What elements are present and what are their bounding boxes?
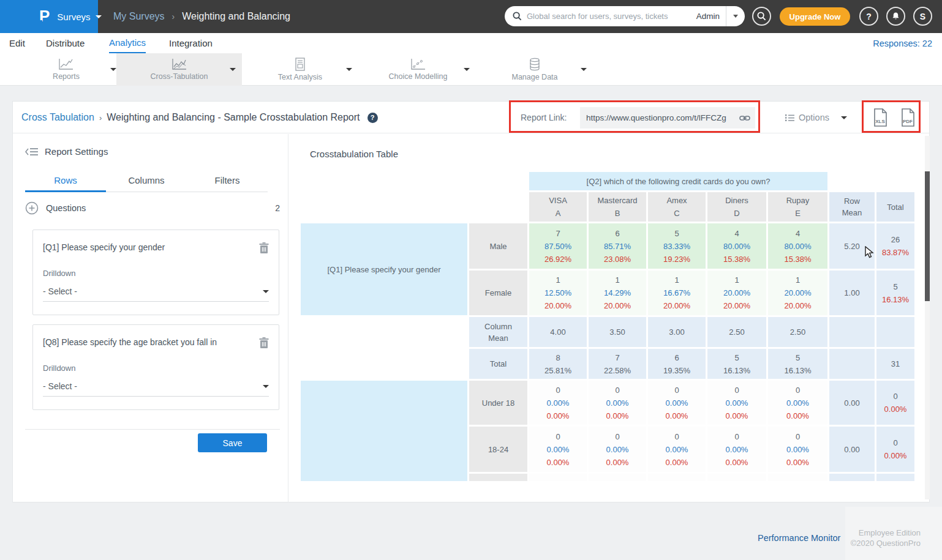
global-search-input[interactable] [527,12,693,21]
breadcrumb-my-surveys[interactable]: My Surveys [113,11,165,22]
crosstab-cell [301,172,467,190]
choice-modelling-dropdown[interactable] [464,68,470,71]
crosstab-data-cell: 00.00%0.00% [707,381,766,425]
crosstab-total-cell [876,317,914,347]
tab-columns[interactable]: Columns [106,172,187,192]
chevron-down-icon [96,15,102,18]
report-link-url[interactable]: https://www.questionpro.com/t/lFFCZg [586,113,739,122]
crosstab-data-cell: 3.00 [648,317,706,347]
report-breadcrumb: Cross Tabulation › Weighting and Balanci… [21,102,378,133]
tool-choice-modelling[interactable]: Choice Modelling [364,53,472,86]
tool-cross-tabulation[interactable]: Cross-Tabulation [116,53,242,86]
search-submit-button[interactable] [752,7,771,26]
performance-monitor-link[interactable]: Performance Monitor [758,533,840,543]
crosstab-data-cell: 480.00%15.38% [768,223,827,269]
crosstab-data-cell: 722.58% [589,349,646,379]
reports-dropdown[interactable] [110,68,116,71]
search-icon [513,12,522,21]
product-menu[interactable]: P Surveys [0,0,98,33]
crosstab-cell [301,192,467,222]
tab-filters[interactable]: Filters [187,172,268,192]
crosstab-row-mean-cell: 5.20 [829,223,875,269]
crosstab-data-cell: 00.00%0.00% [648,427,706,472]
section-nav: Edit Distribute Analytics Integration Re… [0,33,942,53]
crosstab-data-cell: 2.50 [768,317,827,347]
tool-manage-data[interactable]: Manage Data [483,53,587,86]
report-settings-toggle[interactable]: Report Settings [25,146,108,157]
nav-analytics[interactable]: Analytics [109,33,146,53]
drilldown-select[interactable]: - Select - [43,286,269,302]
crosstab-data-cell: 685.71%23.08% [589,223,646,269]
crosstab-cell [768,474,827,481]
cross-tabulation-dropdown[interactable] [230,68,236,71]
crosstab-title: Crosstabulation Table [310,149,398,159]
crosstab-row: [Q1] Please specify your genderMale787.5… [301,223,914,269]
crosstab-total-cell: 516.13% [876,271,914,315]
scrollbar-thumb[interactable] [925,171,930,301]
edition-label: Employee Edition [845,528,921,538]
tool-text-analysis[interactable]: Text Analysis [248,53,352,86]
document-icon [294,58,306,71]
report-settings-panel: Report Settings Rows Columns Filters Que… [13,134,288,502]
crosstab-data-cell: 3.50 [589,317,646,347]
cross-tab-chart-icon [171,58,187,70]
report-subheader: Cross Tabulation › Weighting and Balanci… [13,102,929,133]
xls-label: XLS [875,119,885,124]
crosstab-table: [Q2] which of the following credit cards… [299,170,916,481]
crosstab-data-cell: 2.50 [707,317,766,347]
save-button[interactable]: Save [198,433,267,452]
scatter-chart-icon [410,58,426,70]
crosstab-q8-group [301,381,467,481]
crosstab-row: [Q2] which of the following credit cards… [301,172,914,190]
search-scope-value[interactable]: Admin [693,12,726,21]
cross-tabulation-link[interactable]: Cross Tabulation [21,112,94,123]
crosstab-row: Total825.81%722.58%619.35%516.13%516.13%… [301,349,914,379]
export-pdf-button[interactable]: PDF [899,108,916,127]
user-avatar[interactable]: S [913,7,932,26]
link-icon[interactable] [739,114,750,122]
delete-question-icon[interactable] [259,242,269,254]
settings-divider [25,429,280,430]
help-button[interactable]: ? [859,7,878,26]
options-dropdown[interactable] [841,116,847,119]
crosstab-row-label: Male [469,223,527,269]
delete-question-icon[interactable] [259,337,269,349]
crosstab-cell [876,474,914,481]
search-icon [757,12,766,21]
crosstab-row-label: Total [469,349,527,379]
options-button[interactable]: Options [773,102,829,133]
crosstab-cell [469,474,527,481]
line-chart-icon [58,58,74,70]
bell-icon [891,12,900,21]
tool-reports[interactable]: Reports [20,53,112,86]
tab-rows[interactable]: Rows [25,172,106,192]
crosstab-data-cell: 516.13% [707,349,766,379]
drilldown-select-value: - Select - [43,286,77,296]
pdf-label: PDF [903,119,913,124]
scrollbar-track[interactable] [925,136,930,499]
crosstab-row-label: Column Mean [469,317,527,347]
crosstab-cell [301,349,467,379]
notifications-button[interactable] [886,7,905,26]
crosstab-data-cell: 112.50%20.00% [529,271,587,315]
report-help-icon[interactable]: ? [367,113,378,123]
global-search: Admin [505,6,745,26]
drilldown-select[interactable]: - Select - [43,381,269,397]
crosstab-data-cell: 00.00%0.00% [707,427,766,472]
export-xls-button[interactable]: XLS [872,108,889,127]
nav-distribute[interactable]: Distribute [46,33,85,53]
manage-data-dropdown[interactable] [581,68,587,71]
nav-edit[interactable]: Edit [9,33,25,53]
crosstab-cell [829,172,875,190]
breadcrumb: My Surveys › Weighting and Balancing [113,0,290,33]
report-link-field[interactable]: https://www.questionpro.com/t/lFFCZg [580,107,755,129]
search-scope-dropdown[interactable] [726,15,745,18]
nav-integration[interactable]: Integration [169,33,213,53]
text-analysis-dropdown[interactable] [346,68,352,71]
responses-count[interactable]: Responses: 22 [873,33,932,53]
upgrade-now-button[interactable]: Upgrade Now [780,7,850,26]
options-label: Options [799,113,829,122]
crosstab-cell [589,474,646,481]
add-question-icon[interactable] [25,201,39,215]
crosstab-data-cell: 00.00%0.00% [768,427,827,472]
